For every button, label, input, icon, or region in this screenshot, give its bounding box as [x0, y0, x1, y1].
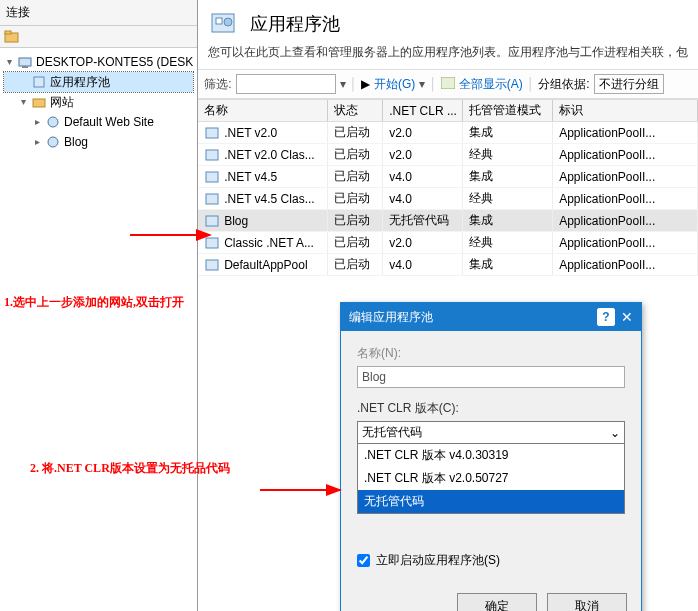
clr-options-list: .NET CLR 版本 v4.0.30319 .NET CLR 版本 v2.0.…: [358, 444, 624, 513]
start-immediately-label: 立即启动应用程序池(S): [376, 552, 500, 569]
filter-input[interactable]: [236, 74, 336, 94]
grid-header: 名称 状态 .NET CLR ... 托管管道模式 标识: [198, 100, 698, 122]
col-mode[interactable]: 托管管道模式: [463, 100, 553, 121]
col-name[interactable]: 名称: [198, 100, 328, 121]
tree-server-node[interactable]: ▾ DESKTOP-KONTES5 (DESK: [4, 52, 193, 72]
clr-label: .NET CLR 版本(C):: [357, 400, 625, 417]
pool-icon: [204, 169, 220, 185]
svg-rect-3: [22, 66, 28, 68]
svg-point-7: [48, 137, 58, 147]
pool-icon: [204, 235, 220, 251]
go-button[interactable]: 开始(G): [374, 76, 415, 93]
col-clr[interactable]: .NET CLR ...: [383, 100, 463, 121]
chevron-right-icon: ▸: [32, 112, 42, 132]
page-description: 您可以在此页上查看和管理服务器上的应用程序池列表。应用程序池与工作进程相关联，包: [198, 44, 698, 69]
clr-option[interactable]: .NET CLR 版本 v4.0.30319: [358, 444, 624, 467]
svg-rect-17: [206, 238, 218, 248]
refresh-icon[interactable]: [24, 29, 40, 45]
chevron-right-icon: ▸: [32, 132, 42, 152]
svg-rect-12: [206, 128, 218, 138]
chevron-down-icon: ⌄: [610, 426, 620, 440]
showall-icon: [441, 77, 455, 92]
svg-rect-2: [19, 58, 31, 66]
table-row[interactable]: .NET v2.0 Clas...已启动v2.0经典ApplicationPoo…: [198, 144, 698, 166]
page-title: 应用程序池: [250, 12, 340, 36]
pool-icon: [204, 257, 220, 273]
svg-rect-16: [206, 216, 218, 226]
dialog-title: 编辑应用程序池: [349, 309, 433, 326]
folder-icon[interactable]: [4, 29, 20, 45]
close-icon[interactable]: ✕: [621, 309, 633, 325]
app-pool-icon: [208, 8, 240, 40]
svg-point-10: [224, 18, 232, 26]
svg-rect-11: [441, 77, 455, 89]
filter-label: 筛选:: [204, 76, 231, 93]
svg-rect-15: [206, 194, 218, 204]
name-label: 名称(N):: [357, 345, 625, 362]
filter-dropdown-icon[interactable]: ▾: [340, 77, 346, 91]
svg-point-6: [48, 117, 58, 127]
tree-sites[interactable]: ▾ 网站: [4, 92, 193, 112]
ok-button[interactable]: 确定: [457, 593, 537, 611]
clr-option[interactable]: .NET CLR 版本 v2.0.50727: [358, 467, 624, 490]
app-pool-grid: 名称 状态 .NET CLR ... 托管管道模式 标识 .NET v2.0已启…: [198, 99, 698, 276]
pool-icon: [204, 147, 220, 163]
pool-icon: [204, 191, 220, 207]
name-field[interactable]: [357, 366, 625, 388]
chevron-down-icon: ▾: [18, 92, 28, 112]
table-row[interactable]: .NET v4.5已启动v4.0集成ApplicationPoolI...: [198, 166, 698, 188]
cancel-button[interactable]: 取消: [547, 593, 627, 611]
pool-icon: [204, 213, 220, 229]
svg-rect-18: [206, 260, 218, 270]
start-immediately-checkbox[interactable]: [357, 554, 370, 567]
go-icon: ▶: [361, 77, 370, 91]
svg-rect-14: [206, 172, 218, 182]
annotation-1: 1.选中上一步添加的网站,双击打开: [4, 294, 184, 311]
groupby-label: 分组依据:: [538, 76, 589, 93]
svg-rect-13: [206, 150, 218, 160]
tree-site-blog[interactable]: ▸ Blog: [4, 132, 193, 152]
table-row[interactable]: DefaultAppPool已启动v4.0集成ApplicationPoolI.…: [198, 254, 698, 276]
tree-app-pools[interactable]: 应用程序池: [4, 72, 193, 92]
table-row[interactable]: Classic .NET A...已启动v2.0经典ApplicationPoo…: [198, 232, 698, 254]
groupby-select[interactable]: 不进行分组: [594, 74, 664, 94]
tree-site-default[interactable]: ▸ Default Web Site: [4, 112, 193, 132]
col-identity[interactable]: 标识: [553, 100, 698, 121]
show-all-button[interactable]: 全部显示(A): [459, 76, 523, 93]
clr-select[interactable]: 无托管代码 ⌄ .NET CLR 版本 v4.0.30319 .NET CLR …: [357, 421, 625, 514]
edit-app-pool-dialog: 编辑应用程序池 ? ✕ 名称(N): .NET CLR 版本(C): 无托管代码…: [340, 302, 642, 611]
filter-toolbar: 筛选: ▾ │ ▶ 开始(G) ▾ │ 全部显示(A) │ 分组依据: 不进行分…: [198, 69, 698, 99]
connections-toolbar: [0, 26, 197, 48]
annotation-2: 2. 将.NET CLR版本设置为无托品代码: [30, 460, 230, 477]
chevron-down-icon: ▾: [4, 52, 14, 72]
table-row[interactable]: .NET v2.0已启动v2.0集成ApplicationPoolI...: [198, 122, 698, 144]
clr-option-selected[interactable]: 无托管代码: [358, 490, 624, 513]
dialog-titlebar: 编辑应用程序池 ? ✕: [341, 303, 641, 331]
svg-rect-1: [5, 31, 11, 34]
table-row[interactable]: .NET v4.5 Clas...已启动v4.0经典ApplicationPoo…: [198, 188, 698, 210]
table-row[interactable]: Blog已启动无托管代码集成ApplicationPoolI...: [198, 210, 698, 232]
server-tree: ▾ DESKTOP-KONTES5 (DESK 应用程序池 ▾ 网站 ▸ Def…: [0, 48, 197, 156]
svg-rect-4: [34, 77, 44, 87]
svg-rect-9: [216, 18, 222, 24]
help-icon[interactable]: ?: [597, 308, 615, 326]
connections-title: 连接: [0, 0, 197, 26]
pool-icon: [204, 125, 220, 141]
svg-rect-5: [33, 99, 45, 107]
col-status[interactable]: 状态: [328, 100, 383, 121]
